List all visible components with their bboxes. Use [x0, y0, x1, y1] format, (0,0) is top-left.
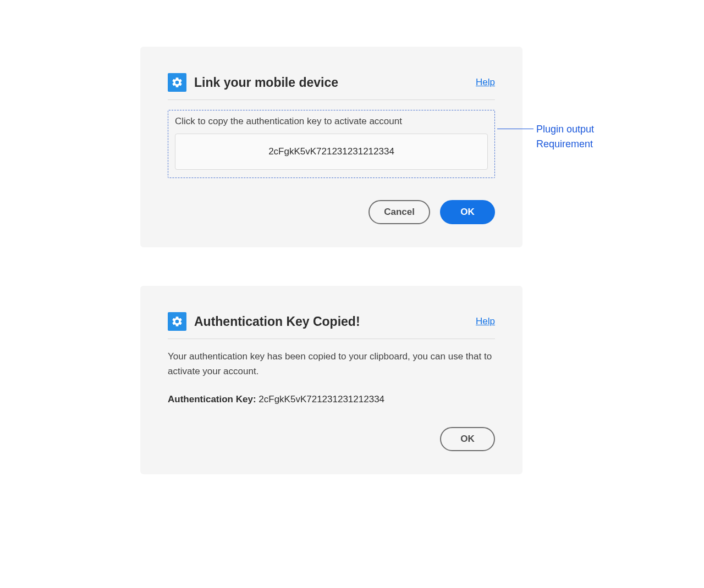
auth-key-value: 2cFgkK5vK721231231212334 [258, 394, 384, 404]
button-row: Cancel OK [168, 200, 495, 224]
dialog-header: Link your mobile device Help [168, 73, 495, 100]
annotation-connector [497, 129, 534, 129]
auth-key-label: Authentication Key: [168, 394, 258, 404]
link-device-dialog: Link your mobile device Help Click to co… [140, 47, 522, 247]
dialog-header: Authentication Key Copied! Help [168, 312, 495, 339]
dialog-title-wrap: Link your mobile device [168, 73, 338, 92]
annotation-line-1: Plugin output [536, 122, 594, 137]
key-copied-dialog: Authentication Key Copied! Help Your aut… [140, 286, 522, 474]
help-link[interactable]: Help [476, 316, 495, 327]
annotation-label: Plugin output Requirement [536, 122, 594, 152]
ok-button[interactable]: OK [440, 200, 495, 224]
help-link[interactable]: Help [476, 77, 495, 88]
dialog-title: Link your mobile device [194, 75, 338, 90]
ok-button[interactable]: OK [440, 427, 495, 451]
dialog-title: Authentication Key Copied! [194, 314, 360, 329]
dialog-title-wrap: Authentication Key Copied! [168, 312, 360, 331]
annotation-line-2: Requirement [536, 137, 594, 152]
button-row: OK [168, 427, 495, 451]
plugin-output-box: Click to copy the authentication key to … [168, 110, 495, 178]
gear-icon [168, 312, 186, 331]
dialog-body-text: Your authentication key has been copied … [168, 349, 495, 379]
copy-instruction: Click to copy the authentication key to … [175, 116, 488, 127]
auth-key-line: Authentication Key: 2cFgkK5vK72123123121… [168, 394, 495, 405]
auth-key-field[interactable]: 2cFgkK5vK721231231212334 [175, 134, 488, 170]
gear-icon [168, 73, 186, 92]
cancel-button[interactable]: Cancel [369, 200, 430, 224]
